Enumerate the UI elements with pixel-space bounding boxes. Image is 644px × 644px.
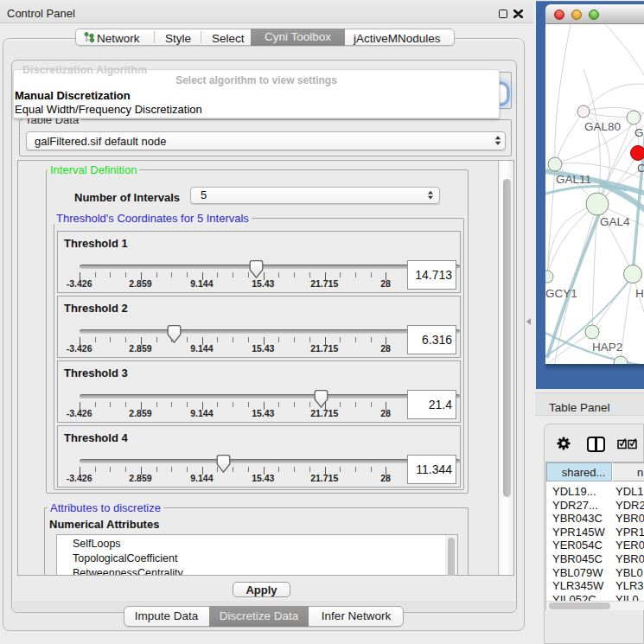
svg-text:GAL4: GAL4 — [600, 215, 630, 228]
svg-text:GCY1: GCY1 — [545, 287, 577, 300]
svg-text:HAP2: HAP2 — [592, 341, 622, 354]
svg-text:H: H — [635, 287, 644, 300]
svg-text:C: C — [637, 162, 644, 175]
svg-text:GAL11: GAL11 — [556, 173, 591, 186]
svg-text:G.: G. — [634, 126, 644, 139]
svg-text:GAL80: GAL80 — [584, 120, 621, 133]
